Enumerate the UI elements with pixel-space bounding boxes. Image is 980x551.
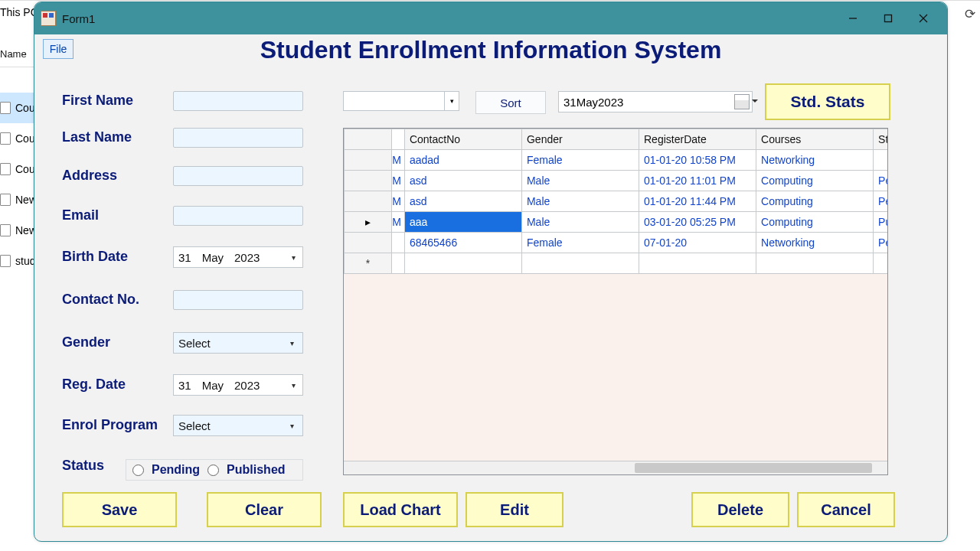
- chevron-down-icon[interactable]: ▾: [287, 375, 299, 395]
- students-datagrid[interactable]: ContactNo Gender RegisterDate Courses St…: [343, 128, 888, 475]
- label-last-name: Last Name: [62, 129, 132, 145]
- col-contact[interactable]: ContactNo: [404, 129, 521, 150]
- address-input[interactable]: [173, 166, 303, 186]
- reg-date-picker[interactable]: 31May2023 ▾: [173, 374, 303, 396]
- page-title: Student Enrollment Information System: [39, 36, 942, 64]
- label-contact: Contact No.: [62, 292, 139, 308]
- std-stats-button[interactable]: Std. Stats: [765, 83, 890, 120]
- scrollbar-thumb[interactable]: [635, 463, 872, 473]
- birth-date-picker[interactable]: 31May2023 ▾: [173, 246, 303, 268]
- file-icon: [0, 255, 11, 267]
- load-chart-button[interactable]: Load Chart: [343, 492, 458, 527]
- window-title: Form1: [62, 12, 95, 25]
- client-area: File Student Enrollment Information Syst…: [39, 36, 942, 536]
- list-item[interactable]: Cour: [0, 123, 38, 154]
- chevron-down-icon[interactable]: ▾: [287, 247, 299, 267]
- col-status[interactable]: Status: [874, 129, 888, 150]
- form1-window: Form1 File Student Enrollment Informatio…: [34, 2, 948, 542]
- table-row[interactable]: ▸MaaaMale03-01-20 05:25 PMComputingPubli…: [345, 212, 889, 233]
- table-row[interactable]: MasdMale01-01-20 11:01 PMComputingPendin…: [345, 171, 889, 191]
- radio-pending[interactable]: [132, 465, 144, 476]
- file-icon: [0, 224, 11, 236]
- label-address: Address: [62, 168, 117, 184]
- minimize-button[interactable]: [835, 7, 871, 30]
- enrol-program-select[interactable]: Select▾: [173, 415, 303, 436]
- sort-button[interactable]: Sort: [475, 91, 546, 114]
- table-row[interactable]: MaadadFemale01-01-20 10:58 PMNetworking: [345, 150, 889, 171]
- file-icon: [0, 132, 11, 145]
- last-name-input[interactable]: [173, 128, 303, 148]
- radio-published-label: Published: [227, 463, 285, 477]
- calendar-icon[interactable]: [734, 94, 750, 109]
- label-status: Status: [62, 458, 104, 474]
- gender-select[interactable]: Select▾: [173, 332, 303, 354]
- list-item[interactable]: New: [0, 184, 38, 215]
- col-courses[interactable]: Courses: [756, 129, 874, 150]
- label-email: Email: [62, 207, 99, 223]
- save-button[interactable]: Save: [62, 492, 177, 527]
- top-date-picker[interactable]: 31May2023: [558, 91, 753, 112]
- list-item[interactable]: stud: [0, 246, 38, 276]
- cancel-button[interactable]: Cancel: [797, 492, 895, 527]
- col-register[interactable]: RegisterDate: [639, 129, 756, 150]
- horizontal-scrollbar[interactable]: [344, 461, 887, 474]
- chevron-down-icon[interactable]: ▾: [286, 416, 298, 435]
- list-item[interactable]: New: [0, 215, 38, 246]
- table-row[interactable]: MasdMale01-01-20 11:44 PMComputingPendin…: [345, 191, 889, 212]
- label-birth-date: Birth Date: [62, 249, 128, 265]
- status-radio-group: Pending Published: [126, 459, 303, 481]
- radio-published[interactable]: [207, 465, 219, 476]
- edit-button[interactable]: Edit: [466, 492, 564, 527]
- close-button[interactable]: [906, 7, 941, 30]
- svg-rect-1: [885, 15, 892, 22]
- file-icon: [0, 102, 11, 114]
- chevron-down-icon[interactable]: ▾: [286, 333, 298, 353]
- contact-input[interactable]: [173, 290, 303, 310]
- bg-name-column: Name: [0, 45, 34, 67]
- titlebar[interactable]: Form1: [34, 2, 947, 34]
- clear-button[interactable]: Clear: [207, 492, 322, 527]
- label-gender: Gender: [62, 334, 110, 350]
- bg-file-list: Cour Cour Cour New New stud: [0, 93, 38, 276]
- file-icon: [0, 194, 11, 206]
- filter-select[interactable]: ▾: [343, 91, 459, 111]
- col-gender[interactable]: Gender: [521, 129, 639, 150]
- label-first-name: First Name: [62, 93, 133, 109]
- bg-title: This PC: [0, 6, 38, 18]
- grid-header-row: ContactNo Gender RegisterDate Courses St…: [345, 129, 889, 150]
- maximize-button[interactable]: [871, 7, 906, 30]
- radio-pending-label: Pending: [152, 463, 200, 477]
- first-name-input[interactable]: [173, 91, 303, 111]
- email-input[interactable]: [173, 206, 303, 226]
- label-enrol: Enrol Program: [62, 417, 158, 433]
- new-row[interactable]: *: [345, 253, 889, 274]
- file-icon: [0, 163, 11, 175]
- table-row[interactable]: 68465466Female07-01-20NetworkingPending: [345, 233, 889, 253]
- list-item[interactable]: Cour: [0, 93, 38, 123]
- label-reg-date: Reg. Date: [62, 377, 126, 393]
- app-icon: [41, 11, 56, 26]
- chevron-down-icon[interactable]: ▾: [444, 92, 459, 110]
- delete-button[interactable]: Delete: [691, 492, 789, 527]
- list-item[interactable]: Cour: [0, 154, 38, 184]
- refresh-icon[interactable]: ⟳: [965, 6, 975, 22]
